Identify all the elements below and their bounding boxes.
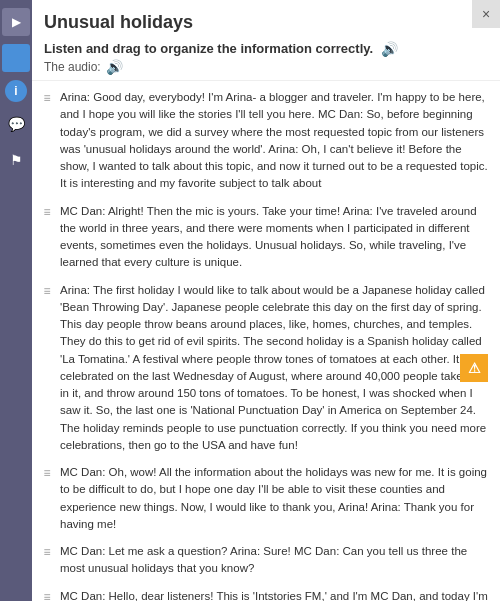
page-header: Unusual holidays Listen and drag to orga… [32, 0, 500, 81]
drag-handle-3[interactable] [40, 284, 54, 298]
sidebar-arrow-icon[interactable]: ▶ [2, 8, 30, 36]
warning-badge: ⚠ [460, 354, 488, 382]
audio-label: The audio: [44, 60, 101, 74]
paragraph-text-6: MC Dan: Hello, dear listeners! This is '… [60, 588, 488, 602]
drag-handle-2[interactable] [40, 205, 54, 219]
paragraph-block-2[interactable]: MC Dan: Alright! Then the mic is yours. … [40, 203, 488, 272]
audio-row: The audio: 🔊 [44, 60, 464, 74]
content-area: × Unusual holidays Listen and drag to or… [32, 0, 500, 601]
instruction-text: Listen and drag to organize the informat… [44, 41, 373, 56]
sidebar-icon-info[interactable]: i [5, 80, 27, 102]
paragraph-text-2: MC Dan: Alright! Then the mic is yours. … [60, 203, 488, 272]
paragraph-block-1[interactable]: Arina: Good day, everybody! I'm Arina- a… [40, 89, 488, 193]
close-button[interactable]: × [472, 0, 500, 28]
sidebar-icon-chat[interactable]: 💬 [2, 110, 30, 138]
drag-handle-4[interactable] [40, 466, 54, 480]
audio-icon-play[interactable]: 🔊 [105, 60, 125, 74]
drag-handle-6[interactable] [40, 590, 54, 602]
paragraph-block-3[interactable]: Arina: The first holiday I would like to… [40, 282, 488, 455]
page-title: Unusual holidays [44, 12, 464, 33]
paragraph-text-3: Arina: The first holiday I would like to… [60, 282, 488, 455]
paragraph-text-5: MC Dan: Let me ask a question? Arina: Su… [60, 543, 488, 578]
sidebar: ▶ i 💬 ⚑ [0, 0, 32, 601]
main-wrapper: ▶ i 💬 ⚑ × Unusual holidays Listen and dr… [0, 0, 500, 601]
paragraph-text-4: MC Dan: Oh, wow! All the information abo… [60, 464, 488, 533]
audio-icon-instruction[interactable]: 🔊 [379, 42, 399, 56]
paragraph-block-6[interactable]: MC Dan: Hello, dear listeners! This is '… [40, 588, 488, 602]
paragraph-block-4[interactable]: MC Dan: Oh, wow! All the information abo… [40, 464, 488, 533]
sidebar-icon-active[interactable] [2, 44, 30, 72]
text-content[interactable]: Arina: Good day, everybody! I'm Arina- a… [32, 81, 500, 601]
instruction-row: Listen and drag to organize the informat… [44, 41, 464, 56]
paragraph-text-1: Arina: Good day, everybody! I'm Arina- a… [60, 89, 488, 193]
sidebar-icon-flag[interactable]: ⚑ [2, 146, 30, 174]
drag-handle-1[interactable] [40, 91, 54, 105]
drag-handle-5[interactable] [40, 545, 54, 559]
paragraph-block-5[interactable]: MC Dan: Let me ask a question? Arina: Su… [40, 543, 488, 578]
